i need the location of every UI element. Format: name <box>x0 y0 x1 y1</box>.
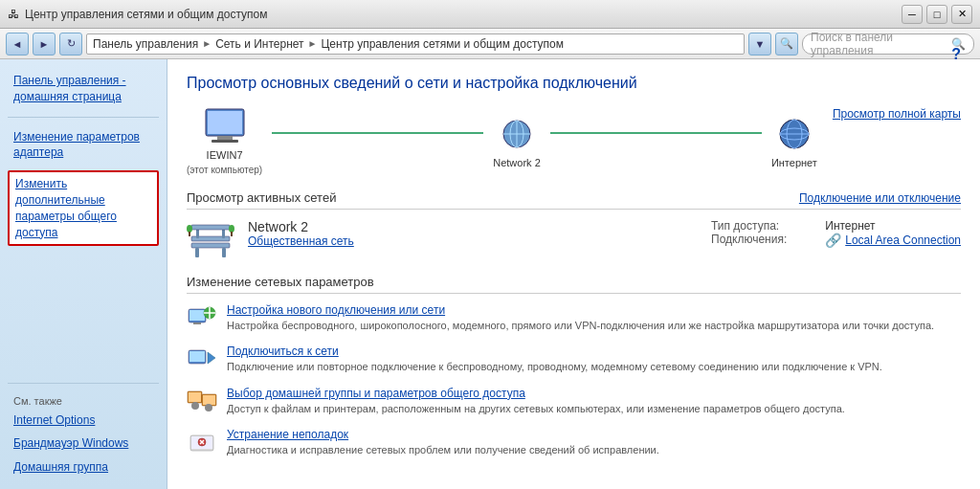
view-full-map-link[interactable]: Просмотр полной карты <box>833 107 961 121</box>
network-diagram: IEWIN7 (этот компьютер) <box>187 107 817 175</box>
main-layout: Панель управления - домашняя страница Из… <box>0 59 980 489</box>
setting-text-1: Подключиться к сети Подключение или повт… <box>227 345 961 374</box>
search-input[interactable]: Поиск в панели управления 🔍 <box>802 33 974 55</box>
setting-desc-3: Диагностика и исправление сетевых пробле… <box>227 443 961 457</box>
address-path[interactable]: Панель управления ► Сеть и Интернет ► Це… <box>86 33 745 55</box>
help-icon[interactable]: ? <box>951 46 961 63</box>
setting-icon-2 <box>187 387 217 413</box>
active-networks-header: Просмотр активных сетей <box>187 190 336 205</box>
setting-item-2: Выбор домашней группы и параметров общег… <box>187 387 961 416</box>
svg-rect-22 <box>231 232 233 236</box>
setting-link-0[interactable]: Настройка нового подключения или сети <box>227 303 961 317</box>
sidebar-divider-2 <box>8 383 159 384</box>
close-button[interactable]: ✕ <box>951 5 972 24</box>
app-icon: 🖧 <box>8 8 19 21</box>
network-info: Network 2 Общественная сеть <box>248 219 698 248</box>
svg-rect-18 <box>191 225 230 230</box>
path-arrow-2: ► <box>308 38 318 49</box>
access-type-value: Интернет <box>825 219 961 233</box>
active-networks-section: Просмотр активных сетей Подключение или … <box>187 190 961 210</box>
sidebar-adapter-link[interactable]: Изменение параметров адаптера <box>8 125 159 166</box>
network-details: Тип доступа: Подключения: Интернет 🔗 Loc… <box>711 219 961 248</box>
network-type-link[interactable]: Общественная сеть <box>248 234 698 248</box>
setting-item-3: Устранение неполадок Диагностика и испра… <box>187 428 961 457</box>
window-title: Центр управления сетями и общим доступом <box>25 8 268 21</box>
setting-link-1[interactable]: Подключиться к сети <box>227 345 961 358</box>
path-segment-3: Центр управления сетями и общим доступом <box>321 37 564 51</box>
page-title: Просмотр основных сведений о сети и наст… <box>187 75 961 92</box>
content-area: Просмотр основных сведений о сети и наст… <box>167 59 980 489</box>
access-type-group: Тип доступа: Подключения: <box>711 219 787 248</box>
node3-label: Интернет <box>771 157 817 168</box>
connection-icon: 🔗 <box>825 233 841 248</box>
computer-icon <box>202 107 248 145</box>
path-arrow-1: ► <box>202 38 212 49</box>
setting-icon-0 <box>187 303 217 330</box>
setting-desc-2: Доступ к файлам и принтерам, расположенн… <box>227 402 961 416</box>
title-bar-controls: ─ □ ✕ <box>902 5 972 24</box>
internet-icon <box>771 115 817 153</box>
net-node-network: Network 2 <box>493 115 541 168</box>
sidebar-divider-1 <box>8 117 159 118</box>
svg-rect-24 <box>189 310 205 321</box>
sidebar-homegroup[interactable]: Домашняя группа <box>8 456 159 479</box>
sidebar: Панель управления - домашняя страница Из… <box>0 59 167 489</box>
change-settings-section: Изменение сетевых параметров Настройка н… <box>187 275 961 458</box>
maximize-button[interactable]: □ <box>926 5 947 24</box>
setting-desc-0: Настройка беспроводного, широкополосного… <box>227 319 961 333</box>
title-bar-left: 🖧 Центр управления сетями и общим доступ… <box>8 8 268 21</box>
refresh-button[interactable]: ↻ <box>59 33 82 56</box>
svg-rect-3 <box>212 140 238 143</box>
sidebar-home-link[interactable]: Панель управления - домашняя страница <box>8 69 159 109</box>
svg-rect-30 <box>189 351 205 362</box>
svg-point-36 <box>205 404 212 411</box>
svg-rect-32 <box>189 392 201 402</box>
access-type-label: Тип доступа: <box>711 219 787 233</box>
svg-rect-34 <box>203 395 215 405</box>
svg-rect-25 <box>193 322 201 324</box>
svg-rect-13 <box>191 243 230 248</box>
network-icon <box>494 115 540 153</box>
connection-label: Подключения: <box>711 233 787 246</box>
svg-rect-2 <box>217 136 233 140</box>
access-value-group: Интернет 🔗 Local Area Connection <box>825 219 961 248</box>
sidebar-sharing-link[interactable]: Изменить дополнительные параметры общего… <box>8 170 159 246</box>
svg-rect-14 <box>195 248 199 257</box>
svg-rect-15 <box>222 248 226 257</box>
svg-point-21 <box>229 225 234 233</box>
node2-label: Network 2 <box>493 157 541 168</box>
connection-link[interactable]: Local Area Connection <box>845 233 961 247</box>
setting-link-2[interactable]: Выбор домашней группы и параметров общег… <box>227 387 961 400</box>
setting-text-0: Настройка нового подключения или сети На… <box>227 303 961 333</box>
setting-item-0: Настройка нового подключения или сети На… <box>187 303 961 333</box>
sidebar-see-also-label: См. также <box>8 391 159 409</box>
network-name: Network 2 <box>248 219 698 234</box>
net-line-2 <box>550 132 762 134</box>
setting-desc-1: Подключение или повторное подключение к … <box>227 360 961 374</box>
svg-rect-1 <box>208 111 242 134</box>
svg-rect-20 <box>189 232 190 236</box>
network-entry-icon <box>187 219 234 259</box>
title-bar: 🖧 Центр управления сетями и общим доступ… <box>0 0 980 29</box>
setting-icon-3 <box>187 428 217 455</box>
forward-button[interactable]: ► <box>33 33 56 56</box>
back-button[interactable]: ◄ <box>6 33 29 56</box>
net-node-internet: Интернет <box>771 115 817 168</box>
connect-disconnect-link[interactable]: Подключение или отключение <box>799 191 961 205</box>
address-dropdown-button[interactable]: ▼ <box>748 33 771 56</box>
path-segment-2: Сеть и Интернет <box>215 37 303 51</box>
setting-text-2: Выбор домашней группы и параметров общег… <box>227 387 961 416</box>
setting-text-3: Устранение неполадок Диагностика и испра… <box>227 428 961 457</box>
setting-icon-1 <box>187 345 217 371</box>
setting-item-1: Подключиться к сети Подключение или повт… <box>187 345 961 374</box>
address-bar: ◄ ► ↻ Панель управления ► Сеть и Интерне… <box>0 29 980 59</box>
sidebar-internet-options[interactable]: Internet Options <box>8 409 159 433</box>
network-map-section: IEWIN7 (этот компьютер) <box>187 107 961 175</box>
sidebar-firewall[interactable]: Брандмауэр Windows <box>8 432 159 456</box>
search-go-button[interactable]: 🔍 <box>775 33 798 56</box>
minimize-button[interactable]: ─ <box>902 5 923 24</box>
net-node-computer: IEWIN7 (этот компьютер) <box>187 107 262 175</box>
svg-point-35 <box>191 402 199 410</box>
search-placeholder: Поиск в панели управления <box>811 31 951 57</box>
setting-link-3[interactable]: Устранение неполадок <box>227 428 961 441</box>
